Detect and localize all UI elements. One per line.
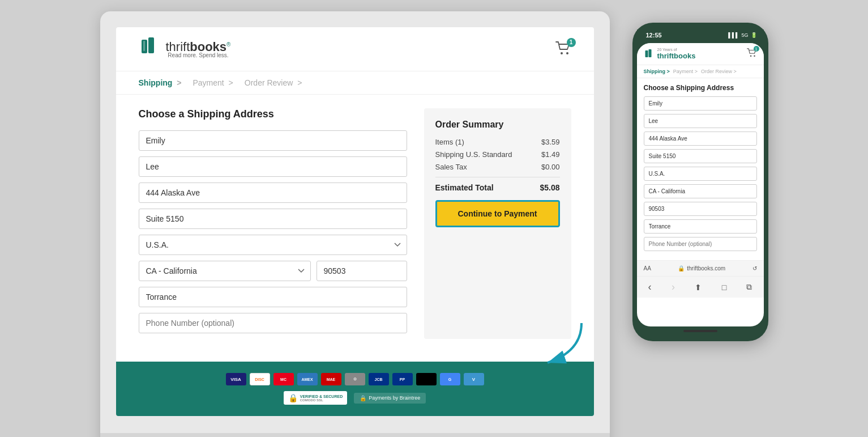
payment-icons: VISA DISC MC AMEX MAE ⊙ JCB PP G V <box>226 373 484 385</box>
address-input[interactable] <box>139 183 407 203</box>
order-summary-title: Order Summary <box>435 120 560 130</box>
shipping-title: Choose a Shipping Address <box>139 108 407 120</box>
phone-main: Choose a Shipping Address <box>637 78 764 260</box>
verified-text: VERIFIED & SECURED <box>300 394 343 398</box>
first-name-input[interactable] <box>139 130 407 151</box>
phone-city[interactable] <box>644 219 757 234</box>
maestro-icon: MAE <box>321 373 341 385</box>
jcb-icon: JCB <box>369 373 389 385</box>
breadcrumb-shipping[interactable]: Shipping > <box>139 78 182 87</box>
phone-forward[interactable]: › <box>672 281 675 293</box>
network-type: 5G <box>741 32 748 38</box>
books-icon <box>139 35 161 63</box>
phone-header: 20 Years of thriftbooks 1 <box>637 43 764 65</box>
phone-zip[interactable] <box>644 202 757 216</box>
svg-rect-7 <box>648 49 651 57</box>
city-input[interactable] <box>139 287 407 307</box>
scene: thriftbooks® Read more. Spend less. 1 <box>100 11 768 437</box>
phone-frame: 12:55 ▌▌▌ 5G 🔋 20 Years of thriftbooks <box>632 23 768 341</box>
phone-nav-bar: ‹ › ⬆ □ ⧉ <box>637 276 764 298</box>
phone-logo: 20 Years of thriftbooks <box>644 48 696 60</box>
phone-logo-text: thriftbooks <box>657 52 696 60</box>
phone-logo-years: 20 Years of <box>657 48 696 52</box>
country-select[interactable]: U.S.A. <box>139 235 407 255</box>
phone-bc-payment[interactable]: Payment > <box>673 69 698 74</box>
summary-divider <box>435 177 560 177</box>
breadcrumb-order-review[interactable]: Order Review > <box>245 78 302 87</box>
phone-last-name[interactable] <box>644 114 757 128</box>
summary-row-tax: Sales Tax $0.00 <box>435 163 560 171</box>
cart-badge: 1 <box>567 38 576 47</box>
venmo-icon: V <box>464 373 484 385</box>
laptop-base <box>100 433 610 437</box>
phone-country[interactable] <box>644 167 757 181</box>
braintree-badge: 🔒 Payments by Braintree <box>354 393 426 404</box>
signal-icon: ▌▌▌ <box>728 32 739 38</box>
svg-rect-6 <box>645 50 648 57</box>
phone-bc-order-review[interactable]: Order Review > <box>701 69 737 74</box>
last-name-input[interactable] <box>139 156 407 177</box>
phone-phone[interactable] <box>644 237 757 251</box>
suite-input[interactable] <box>139 209 407 229</box>
site-footer: VISA DISC MC AMEX MAE ⊙ JCB PP G V 🔒 <box>116 362 594 416</box>
summary-row-items: Items (1) $3.59 <box>435 138 560 146</box>
phone-cart-badge: 1 <box>754 46 759 52</box>
phone-status-bar: 12:55 ▌▌▌ 5G 🔋 <box>637 29 764 43</box>
phone-form-title: Choose a Shipping Address <box>644 84 757 92</box>
breadcrumb-nav: Shipping > Payment > Order Review > <box>116 71 594 95</box>
phone-first-name[interactable] <box>644 96 757 111</box>
summary-row-shipping: Shipping U.S. Standard $1.49 <box>435 150 560 159</box>
svg-point-3 <box>561 52 563 54</box>
visa-icon: VISA <box>226 373 246 385</box>
laptop-frame: thriftbooks® Read more. Spend less. 1 <box>100 11 610 437</box>
cart-button[interactable]: 1 <box>555 41 571 57</box>
discover-icon: DISC <box>250 373 270 385</box>
laptop-screen: thriftbooks® Read more. Spend less. 1 <box>116 27 594 416</box>
svg-rect-1 <box>148 37 154 53</box>
svg-point-9 <box>754 56 755 57</box>
shipping-section: Choose a Shipping Address U.S.A. CA - Ca… <box>139 108 407 339</box>
continue-to-payment-button[interactable]: Continue to Payment <box>435 200 560 227</box>
phone-aa: AA <box>644 265 651 271</box>
state-select[interactable]: CA - California <box>139 261 311 281</box>
logo-area: thriftbooks® Read more. Spend less. <box>139 35 231 63</box>
verified-badge: 🔒 VERIFIED & SECURED COMODO SSL <box>284 391 347 405</box>
phone-share[interactable]: ⬆ <box>695 283 702 292</box>
main-content: Choose a Shipping Address U.S.A. CA - Ca… <box>116 95 594 362</box>
braintree-text: Payments by Braintree <box>369 395 420 401</box>
paypal-icon: PP <box>392 373 413 385</box>
googlepay-icon: G <box>440 373 460 385</box>
mastercard-icon: MC <box>273 373 294 385</box>
order-summary-box: Order Summary Items (1) $3.59 Shipping U… <box>424 108 571 339</box>
phone-reload[interactable]: ↺ <box>752 265 757 271</box>
footer-badges: 🔒 VERIFIED & SECURED COMODO SSL 🔒 Paymen… <box>284 391 426 405</box>
zip-input[interactable] <box>317 261 407 281</box>
breadcrumb-payment[interactable]: Payment > <box>193 78 233 87</box>
state-zip-row: CA - California <box>139 261 407 287</box>
svg-point-4 <box>566 52 568 54</box>
phone-url: 🔒 thriftbooks.com <box>678 265 725 271</box>
phone-input[interactable] <box>139 313 407 333</box>
phone-screen: 20 Years of thriftbooks 1 Shipping > Pay… <box>637 43 764 326</box>
phone-cart-button[interactable]: 1 <box>747 48 757 60</box>
phone-bookmark[interactable]: □ <box>722 283 726 292</box>
logo-tagline: Read more. Spend less. <box>166 52 231 58</box>
amex-icon: AMEX <box>297 373 318 385</box>
summary-total: Estimated Total $5.08 <box>435 183 560 192</box>
phone-status-right: ▌▌▌ 5G 🔋 <box>728 32 756 38</box>
phone-tabs[interactable]: ⧉ <box>746 282 752 292</box>
site-header: thriftbooks® Read more. Spend less. 1 <box>116 27 594 71</box>
phone-state[interactable] <box>644 184 757 198</box>
phone-home-indicator <box>683 330 717 332</box>
phone-breadcrumb: Shipping > Payment > Order Review > <box>637 65 764 78</box>
phone-time: 12:55 <box>646 32 662 39</box>
phone-back[interactable]: ‹ <box>648 281 652 293</box>
phone-suite[interactable] <box>644 149 757 163</box>
svg-rect-2 <box>143 41 145 51</box>
applepay-icon <box>416 373 437 385</box>
phone-address[interactable] <box>644 131 757 146</box>
battery-icon: 🔋 <box>751 32 757 38</box>
phone-url-bar: AA 🔒 thriftbooks.com ↺ <box>637 260 764 276</box>
cirrus-icon: ⊙ <box>345 373 365 385</box>
phone-bc-shipping[interactable]: Shipping > <box>644 69 670 74</box>
